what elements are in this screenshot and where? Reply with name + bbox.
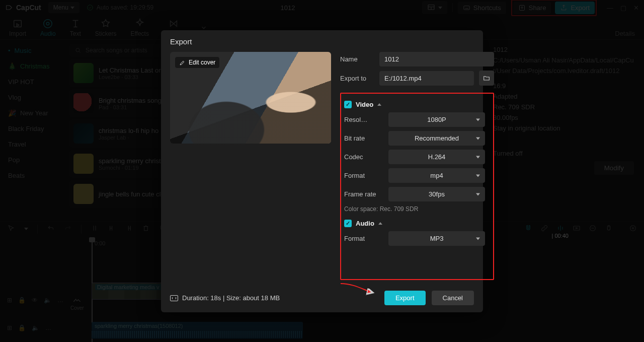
name-label: Name — [340, 55, 374, 63]
video-section-toggle[interactable]: ✓ Video — [344, 101, 485, 108]
audio-format-select[interactable]: MP3 — [388, 231, 485, 246]
framerate-select[interactable]: 30fps — [388, 187, 485, 201]
bitrate-select[interactable]: Recommended — [388, 131, 485, 146]
export-dialog: Export Edit cover Name Export to ✓ — [161, 30, 483, 312]
export-duration-info: Duration: 18s | Size: about 18 MB — [170, 294, 280, 302]
chevron-up-icon — [377, 103, 381, 106]
checkbox-checked-icon: ✓ — [344, 101, 352, 108]
cancel-button[interactable]: Cancel — [432, 291, 474, 305]
chevron-up-icon — [378, 222, 382, 225]
video-format-select[interactable]: mp4 — [388, 168, 485, 183]
film-icon — [170, 295, 178, 301]
export-cover-preview: Edit cover — [170, 52, 331, 144]
colorspace-info: Color space: Rec. 709 SDR — [344, 206, 485, 213]
exportto-label: Export to — [340, 75, 374, 82]
export-path-input[interactable] — [379, 71, 474, 86]
checkbox-checked-icon: ✓ — [344, 220, 352, 227]
export-dialog-title: Export — [170, 37, 474, 46]
audio-section-toggle[interactable]: ✓ Audio — [344, 220, 485, 227]
export-name-input[interactable] — [379, 52, 494, 66]
browse-folder-button[interactable] — [479, 71, 494, 86]
export-confirm-button[interactable]: Export — [384, 291, 426, 305]
edit-cover-button[interactable]: Edit cover — [175, 57, 219, 68]
resolution-select[interactable]: 1080P — [388, 112, 485, 127]
codec-select[interactable]: H.264 — [388, 150, 485, 164]
